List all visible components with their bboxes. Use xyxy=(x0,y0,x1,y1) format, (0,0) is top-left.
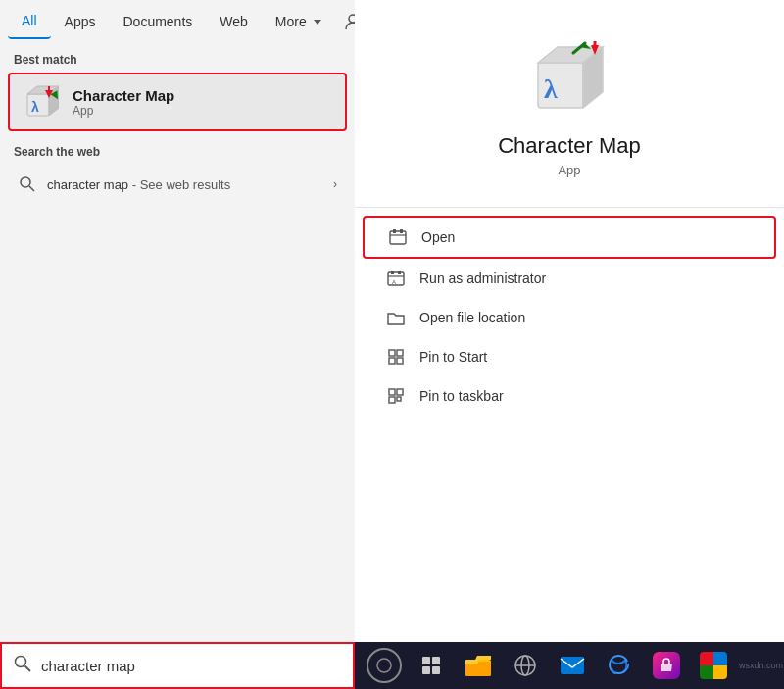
app-info: Character Map App xyxy=(73,87,174,118)
svg-rect-40 xyxy=(432,657,440,664)
svg-rect-23 xyxy=(390,231,406,244)
search-bar[interactable] xyxy=(0,642,355,689)
chevron-down-icon xyxy=(314,20,321,25)
svg-rect-25 xyxy=(400,229,403,233)
action-pin-taskbar-label: Pin to taskbar xyxy=(419,388,504,404)
right-panel: λ Character Map App Open xyxy=(355,0,784,689)
admin-icon: A xyxy=(386,269,406,288)
open-icon xyxy=(388,227,408,247)
mail-icon xyxy=(560,656,585,675)
taskbar: wsxdn.com xyxy=(355,642,784,689)
windows-circle-icon xyxy=(367,648,402,683)
svg-rect-28 xyxy=(398,271,401,274)
web-search-text: character map - See web results xyxy=(47,177,333,192)
tab-web[interactable]: Web xyxy=(206,4,262,39)
svg-rect-36 xyxy=(389,397,395,403)
action-pin-to-start[interactable]: Pin to Start xyxy=(363,337,776,376)
action-pin-start-label: Pin to Start xyxy=(419,349,487,365)
tab-apps[interactable]: Apps xyxy=(51,4,110,39)
folder-icon xyxy=(386,308,406,327)
svg-text:λ: λ xyxy=(544,74,558,104)
mail-button[interactable] xyxy=(551,646,594,685)
svg-rect-20 xyxy=(594,41,597,48)
app-detail: λ Character Map App xyxy=(355,0,784,208)
svg-rect-30 xyxy=(389,350,395,356)
svg-rect-41 xyxy=(422,666,430,674)
app-large-icon: λ xyxy=(530,39,609,118)
file-explorer-icon xyxy=(465,654,492,677)
app-small-icon: λ xyxy=(24,84,59,120)
svg-rect-42 xyxy=(432,666,440,674)
svg-line-14 xyxy=(25,666,31,672)
svg-rect-35 xyxy=(397,389,403,395)
windows-start-button[interactable] xyxy=(363,646,406,685)
web-search-section: Search the web character map - See web r… xyxy=(0,131,355,208)
edge-icon xyxy=(608,654,631,677)
action-open-label: Open xyxy=(421,229,455,245)
action-list: Open A Run as administrator Open file xyxy=(355,208,784,423)
svg-text:λ: λ xyxy=(31,99,39,115)
browser-button[interactable] xyxy=(504,646,547,685)
svg-text:A: A xyxy=(392,279,396,285)
svg-rect-37 xyxy=(397,397,401,401)
task-view-button[interactable] xyxy=(410,646,453,685)
app-detail-type: App xyxy=(558,163,580,177)
action-file-location-label: Open file location xyxy=(419,310,525,325)
search-panel: All Apps Documents Web More xyxy=(0,0,355,689)
svg-rect-31 xyxy=(397,350,403,356)
search-bar-icon xyxy=(14,655,31,676)
action-admin-label: Run as administrator xyxy=(419,271,546,286)
action-open[interactable]: Open xyxy=(363,216,776,259)
action-pin-to-taskbar[interactable]: Pin to taskbar xyxy=(363,376,776,416)
svg-rect-34 xyxy=(389,389,395,395)
svg-point-38 xyxy=(377,659,391,672)
globe-icon xyxy=(514,654,537,677)
tab-documents[interactable]: Documents xyxy=(109,4,206,39)
character-map-result[interactable]: λ Character Map App xyxy=(8,73,347,131)
svg-rect-33 xyxy=(397,358,403,364)
pin-taskbar-icon xyxy=(386,386,406,406)
tab-more[interactable]: More xyxy=(262,4,335,39)
svg-rect-45 xyxy=(466,660,478,664)
svg-rect-49 xyxy=(561,657,584,674)
svg-rect-27 xyxy=(391,271,394,274)
watermark: wsxdn.com xyxy=(739,661,783,670)
colorful-app-button[interactable] xyxy=(692,646,735,685)
svg-point-11 xyxy=(21,177,30,187)
store-button[interactable] xyxy=(645,646,688,685)
web-search-query: character map xyxy=(47,177,128,192)
store-icon xyxy=(653,652,680,679)
edge-button[interactable] xyxy=(598,646,641,685)
svg-line-12 xyxy=(29,186,34,191)
colorful-icon xyxy=(700,652,727,679)
web-chevron-icon: › xyxy=(333,177,337,191)
svg-rect-39 xyxy=(422,657,430,664)
action-run-as-admin[interactable]: A Run as administrator xyxy=(363,259,776,298)
web-search-item[interactable]: character map - See web results › xyxy=(14,167,341,202)
best-match-label: Best match xyxy=(0,43,355,73)
nav-bar: All Apps Documents Web More xyxy=(0,0,355,43)
file-explorer-button[interactable] xyxy=(457,646,500,685)
web-see-results: - See web results xyxy=(128,177,230,192)
svg-rect-32 xyxy=(389,358,395,364)
action-open-file-location[interactable]: Open file location xyxy=(363,298,776,337)
search-input[interactable] xyxy=(41,658,341,674)
nav-tabs: All Apps Documents Web More xyxy=(8,4,335,39)
app-result-type: App xyxy=(73,104,174,118)
search-icon xyxy=(18,174,37,194)
svg-point-13 xyxy=(16,657,26,667)
tab-all[interactable]: All xyxy=(8,4,51,39)
task-view-icon xyxy=(420,655,442,676)
app-result-name: Character Map xyxy=(73,87,174,104)
web-search-label: Search the web xyxy=(14,145,341,159)
app-icon-box: λ xyxy=(22,82,61,122)
pin-start-icon xyxy=(386,347,406,367)
app-detail-name: Character Map xyxy=(498,133,641,159)
svg-rect-24 xyxy=(393,229,396,233)
